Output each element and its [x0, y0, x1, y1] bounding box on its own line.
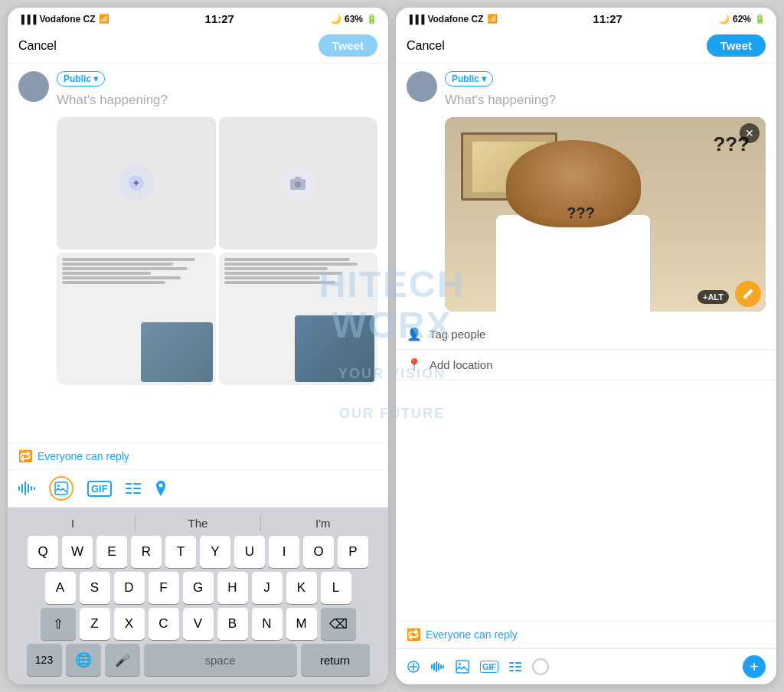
key-y[interactable]: Y — [200, 536, 230, 568]
key-w[interactable]: W — [62, 536, 93, 568]
svg-rect-30 — [515, 662, 521, 664]
right-gif-icon[interactable]: GIF — [480, 661, 498, 673]
key-x[interactable]: X — [114, 608, 145, 640]
key-j[interactable]: J — [252, 572, 283, 604]
key-m[interactable]: M — [286, 608, 317, 640]
delete-key[interactable]: ⌫ — [321, 608, 356, 640]
left-reply-setting[interactable]: 🔁 Everyone can reply — [8, 442, 388, 470]
key-k[interactable]: K — [286, 572, 317, 604]
screenshot-container: HITECHWORXYOUR VISIONOUR FUTURE ▐▐▐ Voda… — [0, 0, 784, 692]
keyboard-row-3: ⇧ Z X C V B N M ⌫ — [11, 608, 385, 640]
svg-point-19 — [158, 484, 162, 488]
svg-rect-25 — [440, 664, 442, 669]
return-key[interactable]: return — [301, 644, 370, 676]
image-toolbar-icon[interactable] — [49, 476, 74, 501]
key-n[interactable]: N — [252, 608, 283, 640]
svg-rect-18 — [133, 492, 141, 494]
right-tweet-button[interactable]: Tweet — [707, 34, 766, 57]
camera-icon — [287, 172, 309, 194]
right-moon-icon: 🌙 — [718, 14, 730, 24]
sparkle-icon: ✦ — [126, 172, 147, 194]
alt-button[interactable]: +ALT — [697, 290, 729, 304]
svg-rect-16 — [133, 488, 141, 489]
right-status-right: 🌙 62% 🔋 — [718, 14, 766, 24]
waveform-toolbar-icon[interactable] — [18, 481, 35, 495]
right-waveform-icon[interactable] — [431, 661, 445, 672]
mic-key[interactable]: 🎤 — [105, 644, 140, 676]
key-h[interactable]: H — [217, 572, 248, 604]
space-key[interactable]: space — [144, 644, 297, 676]
key-o[interactable]: O — [303, 536, 334, 568]
svg-rect-33 — [509, 670, 514, 671]
edit-image-button[interactable] — [735, 281, 761, 307]
key-p[interactable]: P — [338, 536, 368, 568]
key-a[interactable]: A — [45, 572, 76, 604]
left-compose-area: Public ▾ What's happening? ✦ — [8, 64, 388, 442]
emoji-key[interactable]: 🌐 — [66, 644, 101, 676]
left-tweet-button[interactable]: Tweet — [318, 34, 377, 57]
key-i[interactable]: I — [269, 536, 299, 568]
carrier-label: Vodafone CZ — [39, 14, 95, 24]
left-media-cell-sparkle[interactable]: ✦ — [57, 117, 216, 250]
key-t[interactable]: T — [165, 536, 196, 568]
right-reply-icon: 🔁 — [407, 628, 421, 641]
right-list-icon[interactable] — [509, 661, 521, 672]
chevron-down-icon: ▾ — [93, 73, 98, 84]
list-toolbar-icon[interactable] — [126, 481, 141, 495]
key-e[interactable]: E — [96, 536, 127, 568]
key-f[interactable]: F — [149, 572, 179, 604]
autocomplete-i[interactable]: I — [11, 515, 136, 531]
plus-button[interactable]: + — [743, 655, 766, 678]
key-d[interactable]: D — [114, 572, 145, 604]
svg-rect-8 — [28, 484, 29, 493]
autocomplete-the[interactable]: The — [136, 515, 260, 531]
wifi-icon: 📶 — [99, 14, 109, 24]
right-signal-bars-icon: ▐▐▐ — [407, 15, 424, 24]
sparkle-icon-circle: ✦ — [118, 165, 155, 201]
svg-point-3 — [295, 181, 301, 188]
svg-rect-4 — [295, 177, 301, 180]
key-b[interactable]: B — [217, 608, 248, 640]
left-public-badge[interactable]: Public ▾ — [57, 71, 105, 86]
svg-point-28 — [459, 663, 461, 665]
key-r[interactable]: R — [131, 536, 162, 568]
right-time: 11:27 — [593, 12, 622, 25]
gif-toolbar-icon[interactable]: GIF — [87, 481, 112, 497]
right-sparkle-icon[interactable] — [407, 660, 420, 674]
svg-rect-10 — [34, 487, 35, 490]
close-image-button[interactable]: ✕ — [740, 123, 760, 143]
tag-people-row[interactable]: 👤 Tag people — [396, 319, 776, 350]
right-compose-area: Public ▾ What's happening? — [396, 64, 776, 319]
left-status-left: ▐▐▐ Vodafone CZ 📶 — [18, 14, 109, 24]
add-location-row[interactable]: 📍 Add location — [396, 350, 776, 380]
key-q[interactable]: Q — [28, 536, 58, 568]
svg-rect-9 — [31, 486, 32, 491]
autocomplete-im[interactable]: I'm — [261, 515, 385, 531]
key-c[interactable]: C — [149, 608, 179, 640]
right-wifi-icon: 📶 — [487, 14, 498, 24]
left-cancel-button[interactable]: Cancel — [18, 39, 57, 53]
keyboard-row-2: A S D F G H J K L — [11, 572, 385, 604]
location-toolbar-icon[interactable] — [155, 481, 167, 496]
svg-rect-11 — [55, 482, 67, 495]
svg-rect-32 — [515, 666, 521, 668]
left-compose-right: Public ▾ What's happening? ✦ — [57, 71, 377, 435]
shift-key[interactable]: ⇧ — [41, 608, 76, 640]
left-media-cell-camera[interactable] — [219, 117, 378, 250]
key-u[interactable]: U — [234, 536, 265, 568]
right-public-badge[interactable]: Public ▾ — [445, 71, 493, 86]
key-g[interactable]: G — [183, 572, 214, 604]
key-l[interactable]: L — [321, 572, 351, 604]
right-reply-setting[interactable]: 🔁 Everyone can reply — [396, 621, 776, 648]
svg-rect-26 — [443, 665, 444, 668]
left-compose-placeholder[interactable]: What's happening? — [57, 93, 377, 108]
key-z[interactable]: Z — [80, 608, 110, 640]
right-compose-placeholder[interactable]: What's happening? — [445, 93, 766, 108]
right-status-bar: ▐▐▐ Vodafone CZ 📶 11:27 🌙 62% 🔋 — [396, 8, 776, 28]
number-key[interactable]: 123 — [27, 644, 62, 676]
right-cancel-button[interactable]: Cancel — [407, 39, 445, 53]
svg-rect-34 — [515, 670, 521, 671]
key-s[interactable]: S — [80, 572, 110, 604]
right-image-icon[interactable] — [456, 660, 469, 674]
key-v[interactable]: V — [183, 608, 214, 640]
